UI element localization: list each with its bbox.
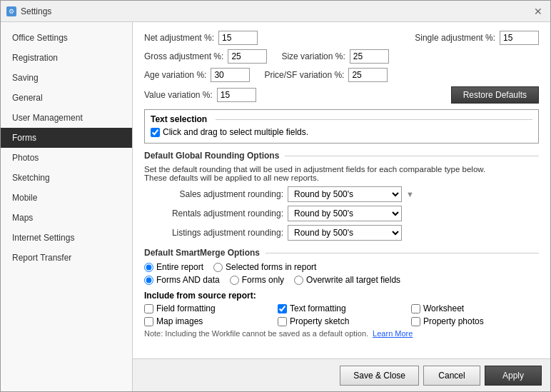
worksheet-checkbox[interactable]	[411, 304, 420, 313]
entire-report-label: Entire report	[156, 262, 203, 272]
sidebar-item-office-settings[interactable]: Office Settings	[1, 28, 132, 48]
text-selection-header: Text selection	[151, 114, 532, 124]
merge-mode-row: Forms AND data Forms only Overwrite all …	[144, 275, 539, 285]
single-adj-label: Single adjustment %:	[415, 33, 495, 43]
price-sf-label: Price/SF variation %:	[264, 70, 344, 80]
include-section: Include from source report: Field format…	[144, 291, 539, 338]
sidebar-item-sketching[interactable]: Sketching	[1, 168, 132, 188]
smartmerge-header: Default SmartMerge Options	[144, 248, 539, 258]
overwrite-label: Overwrite all target fields	[306, 275, 400, 285]
learn-more-link[interactable]: Learn More	[373, 329, 413, 338]
include-header: Include from source report:	[144, 291, 539, 301]
gross-adj-input[interactable]	[228, 49, 267, 64]
sidebar-item-user-management[interactable]: User Management	[1, 108, 132, 128]
property-photos-item: Property photos	[411, 316, 539, 326]
property-photos-label: Property photos	[423, 316, 484, 326]
sidebar-item-report-transfer[interactable]: Report Transfer	[1, 248, 132, 268]
size-var-label: Size variation %:	[281, 51, 345, 61]
value-var-input[interactable]	[217, 88, 256, 102]
sidebar-item-mobile[interactable]: Mobile	[1, 188, 132, 208]
report-scope-row: Entire report Selected forms in report	[144, 262, 539, 272]
net-adj-input[interactable]	[218, 31, 258, 45]
rentals-rounding-row: Rentals adjustment rounding: Round by 50…	[144, 206, 539, 221]
close-button[interactable]: ✕	[532, 5, 545, 18]
rentals-adj-select[interactable]: Round by 500's	[288, 206, 402, 221]
selected-forms-radio[interactable]	[213, 263, 223, 272]
overwrite-item: Overwrite all target fields	[294, 275, 400, 285]
size-var-input[interactable]	[350, 49, 389, 64]
field-formatting-label: Field formatting	[156, 303, 216, 313]
smartmerge-title: Default SmartMerge Options	[144, 248, 260, 258]
value-var-row: Value variation %: Restore Defaults	[144, 86, 539, 104]
age-var-input[interactable]	[211, 68, 250, 82]
age-var-label: Age variation %:	[144, 70, 206, 80]
global-rounding-desc: Set the default rounding that will be us…	[144, 165, 539, 182]
worksheet-label: Worksheet	[423, 303, 464, 313]
field-formatting-item: Field formatting	[144, 303, 272, 313]
click-drag-label: Click and drag to select multiple fields…	[163, 127, 308, 137]
sidebar-item-registration[interactable]: Registration	[1, 48, 132, 68]
forms-only-radio[interactable]	[230, 276, 239, 285]
age-var-item: Age variation %:	[144, 68, 250, 82]
note-row: Note: Including the Workfile cannot be s…	[144, 329, 539, 338]
map-images-checkbox[interactable]	[144, 317, 153, 326]
global-rounding-desc2: These defaults will be applied to all ne…	[144, 174, 319, 182]
text-formatting-checkbox[interactable]	[278, 304, 287, 313]
map-images-label: Map images	[156, 316, 203, 326]
worksheet-item: Worksheet	[411, 303, 539, 313]
net-adj-row: Net adjustment %: Single adjustment %:	[144, 31, 539, 45]
sidebar-item-forms[interactable]: Forms	[1, 128, 132, 148]
overwrite-radio[interactable]	[294, 276, 303, 285]
size-var-item: Size variation %:	[281, 49, 388, 64]
sidebar-item-maps[interactable]: Maps	[1, 208, 132, 228]
apply-button[interactable]: Apply	[485, 366, 542, 386]
smartmerge-options: Entire report Selected forms in report F…	[144, 262, 539, 285]
main-content: Office Settings Registration Saving Gene…	[1, 22, 550, 391]
bottom-bar: Save & Close Cancel Apply	[133, 358, 550, 391]
property-sketch-checkbox[interactable]	[278, 317, 287, 326]
field-formatting-checkbox[interactable]	[144, 304, 153, 313]
settings-window: ⚙ Settings ✕ Office Settings Registratio…	[0, 0, 551, 392]
net-adj-right: Single adjustment %:	[415, 31, 539, 45]
sidebar-item-saving[interactable]: Saving	[1, 68, 132, 88]
value-var-item: Value variation %:	[144, 88, 256, 102]
sales-adj-label: Sales adjustment rounding:	[144, 189, 283, 199]
text-selection-title: Text selection	[151, 114, 207, 124]
save-close-button[interactable]: Save & Close	[340, 366, 419, 386]
sidebar-item-photos[interactable]: Photos	[1, 148, 132, 168]
map-images-item: Map images	[144, 316, 272, 326]
sidebar-item-general[interactable]: General	[1, 88, 132, 108]
title-bar-left: ⚙ Settings	[6, 6, 51, 16]
forms-and-data-item: Forms AND data	[144, 275, 220, 285]
text-selection-section: Text selection Click and drag to select …	[144, 109, 539, 144]
age-var-row: Age variation %: Price/SF variation %:	[144, 68, 539, 82]
restore-defaults-button[interactable]: Restore Defaults	[451, 86, 539, 104]
click-drag-checkbox[interactable]	[151, 128, 160, 137]
window-title: Settings	[21, 6, 51, 16]
listings-rounding-row: Listings adjustment rounding: Round by 5…	[144, 225, 539, 241]
sidebar-item-internet-settings[interactable]: Internet Settings	[1, 228, 132, 248]
sales-adj-select[interactable]: Round by 500's	[288, 186, 402, 202]
global-rounding-desc1: Set the default rounding that will be us…	[144, 165, 485, 174]
net-adj-left: Net adjustment %:	[144, 31, 258, 45]
selected-forms-item: Selected forms in report	[213, 262, 316, 272]
forms-only-label: Forms only	[242, 275, 284, 285]
forms-and-data-radio[interactable]	[144, 276, 153, 285]
text-formatting-item: Text formatting	[278, 303, 405, 313]
property-photos-checkbox[interactable]	[411, 317, 420, 326]
note-text: Note: Including the Workfile cannot be s…	[144, 329, 368, 338]
property-sketch-label: Property sketch	[290, 316, 349, 326]
content-area: Net adjustment %: Single adjustment %: G…	[133, 22, 550, 391]
gross-adj-row: Gross adjustment %: Size variation %:	[144, 49, 539, 64]
selected-forms-label: Selected forms in report	[226, 262, 316, 272]
listings-adj-select[interactable]: Round by 500's	[288, 225, 402, 241]
gross-adj-item: Gross adjustment %:	[144, 49, 267, 64]
entire-report-radio[interactable]	[144, 263, 153, 272]
net-adj-label: Net adjustment %:	[144, 33, 214, 43]
single-adj-input[interactable]	[500, 31, 539, 45]
rentals-adj-label: Rentals adjustment rounding:	[144, 208, 283, 218]
price-sf-input[interactable]	[348, 68, 388, 82]
title-bar: ⚙ Settings ✕	[1, 1, 550, 22]
cancel-button[interactable]: Cancel	[423, 366, 480, 386]
price-sf-item: Price/SF variation %:	[264, 68, 388, 82]
